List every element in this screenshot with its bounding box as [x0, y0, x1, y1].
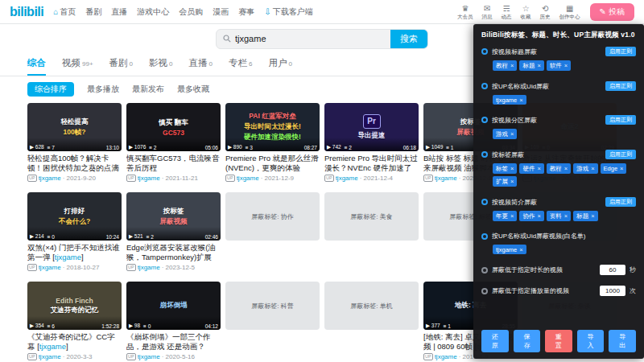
- chip-remove-icon[interactable]: ×: [510, 178, 514, 185]
- video-thumbnail[interactable]: Pr导出提速▶ 742≡ 206:18: [324, 103, 419, 151]
- search-input[interactable]: [235, 34, 390, 43]
- tab-6[interactable]: 用户0: [268, 57, 291, 76]
- filter-chip[interactable]: 年更×: [493, 211, 517, 221]
- chip-remove-icon[interactable]: ×: [510, 165, 514, 172]
- tab-2[interactable]: 番剧0: [109, 57, 133, 76]
- chip-remove-icon[interactable]: ×: [519, 97, 522, 104]
- video-card[interactable]: 轻松提高100帧?▶ 628≡ 713:10轻松提高100帧？解决卡顿！困扰伏特…: [27, 103, 122, 182]
- filter-chip[interactable]: 游戏×: [573, 163, 597, 174]
- video-thumbnail[interactable]: PAI 红蓝军对垒导出时间太过漫长!硬件加速渲染很快!▶ 890≡ 308:27: [225, 103, 320, 151]
- video-card[interactable]: 慎买 翻车GC573▶ 1076≡ 205:06慎买翻车GC573，电流噪音善后…: [126, 103, 221, 182]
- toggle-icon[interactable]: [481, 48, 488, 55]
- numeric-input[interactable]: [600, 286, 625, 296]
- chip-remove-icon[interactable]: ×: [620, 165, 623, 172]
- chip-remove-icon[interactable]: ×: [510, 212, 514, 220]
- chip-remove-icon[interactable]: ×: [591, 165, 594, 172]
- video-card[interactable]: 按标签屏蔽视频▶ 521≡ 202:46Edge浏览器安装篡改猴(油猴，Tamp…: [126, 192, 221, 271]
- filter-chip[interactable]: 硬件×: [519, 163, 543, 174]
- chip-remove-icon[interactable]: ×: [564, 212, 568, 220]
- tab-0[interactable]: 综合: [27, 57, 46, 76]
- video-thumbnail[interactable]: 慎买 翻车GC573▶ 1076≡ 205:06: [126, 103, 221, 151]
- filter-chip[interactable]: 教程×: [493, 60, 517, 71]
- toggle-icon[interactable]: [481, 117, 488, 123]
- sort-filter-1[interactable]: 最多播放: [87, 84, 119, 95]
- video-thumbnail[interactable]: 崩坏倒塌▶ 98≡ 004:12: [126, 282, 221, 330]
- toggle-icon[interactable]: [481, 83, 488, 89]
- regex-toggle[interactable]: 启用正则: [605, 47, 636, 56]
- filter-chip[interactable]: tjxgame×: [493, 245, 526, 254]
- sort-filter-0[interactable]: 综合排序: [27, 82, 74, 97]
- regex-toggle[interactable]: 启用正则: [605, 197, 636, 207]
- video-card[interactable]: 崩坏倒塌▶ 98≡ 004:12《崩坏倒塌》一部三个作品，是游戏 还是动画？UP…: [126, 282, 221, 360]
- video-thumbnail[interactable]: Edith Finch艾迪芬奇的记忆▶ 354≡ 61:52:28: [27, 282, 122, 330]
- filter-chip[interactable]: Edge×: [601, 163, 627, 174]
- nav-item-3[interactable]: 游戏中心: [137, 6, 169, 18]
- uploader-name[interactable]: tjxgame: [39, 175, 61, 182]
- uploader-name[interactable]: tjxgame: [138, 264, 160, 271]
- uploader-name[interactable]: tjxgame: [39, 353, 61, 360]
- uploader-name[interactable]: tjxgame: [336, 175, 358, 182]
- uploader-name[interactable]: tjxgame: [138, 175, 160, 182]
- chip-remove-icon[interactable]: ×: [510, 130, 514, 138]
- menu-item-2[interactable]: ☴动态: [502, 4, 512, 19]
- panel-button-2[interactable]: 重置: [545, 330, 572, 352]
- panel-button-4[interactable]: 导出: [609, 330, 636, 352]
- chip-remove-icon[interactable]: ×: [537, 165, 540, 172]
- panel-button-0[interactable]: 还原: [481, 330, 509, 352]
- tab-1[interactable]: 视频99+: [62, 57, 93, 76]
- chip-remove-icon[interactable]: ×: [564, 165, 568, 172]
- menu-item-3[interactable]: ☆收藏: [521, 4, 531, 19]
- filter-chip[interactable]: 标签×: [493, 163, 517, 174]
- bilibili-logo[interactable]: bilibili: [10, 5, 43, 19]
- chip-remove-icon[interactable]: ×: [519, 246, 522, 253]
- upload-button[interactable]: ✎ 投稿: [590, 3, 634, 21]
- tab-4[interactable]: 直播0: [188, 57, 212, 76]
- regex-toggle[interactable]: 启用正则: [605, 115, 636, 125]
- nav-item-2[interactable]: 直播: [111, 6, 127, 18]
- nav-item-0[interactable]: ⌂首页: [53, 6, 76, 18]
- video-card[interactable]: Pr导出提速▶ 742≡ 206:18Premiere Pro 导出时间太过漫长…: [324, 103, 419, 182]
- uploader-name[interactable]: tjxgame: [237, 175, 259, 182]
- chip-remove-icon[interactable]: ×: [591, 212, 594, 220]
- menu-item-0[interactable]: ♛大会员: [457, 4, 473, 19]
- filter-chip[interactable]: 资料×: [547, 211, 571, 221]
- nav-item-4[interactable]: 会员购: [179, 6, 203, 18]
- filter-chip[interactable]: 游戏×: [493, 129, 517, 139]
- filter-chip[interactable]: 软件×: [547, 60, 571, 71]
- filter-chip[interactable]: 标题×: [573, 211, 597, 221]
- regex-toggle[interactable]: 启用正则: [605, 81, 636, 91]
- nav-item-1[interactable]: 番剧: [85, 6, 101, 18]
- numeric-input[interactable]: [600, 265, 625, 275]
- panel-button-3[interactable]: 导入: [577, 330, 605, 352]
- nav-item-6[interactable]: 赛事: [238, 6, 254, 18]
- uploader-name[interactable]: tjxgame: [138, 353, 160, 360]
- video-thumbnail[interactable]: 按标签屏蔽视频▶ 521≡ 202:46: [126, 192, 221, 241]
- toggle-icon[interactable]: [481, 233, 488, 240]
- menu-item-4[interactable]: ⟲历史: [540, 4, 551, 19]
- toggle-icon[interactable]: [481, 288, 488, 294]
- chip-remove-icon[interactable]: ×: [510, 62, 514, 69]
- menu-item-5[interactable]: ▦创作中心: [559, 4, 580, 19]
- nav-item-5[interactable]: 漫画: [213, 6, 229, 18]
- tab-3[interactable]: 影视0: [149, 57, 172, 76]
- video-thumbnail[interactable]: 打排好不会什么?▶ 214≡ 010:24: [27, 192, 122, 241]
- uploader-name[interactable]: tjxgame: [39, 264, 61, 271]
- chip-remove-icon[interactable]: ×: [537, 212, 540, 220]
- toggle-icon[interactable]: [481, 267, 488, 274]
- video-card[interactable]: Edith Finch艾迪芬奇的记忆▶ 354≡ 61:52:28《艾迪芬奇的记…: [27, 282, 122, 360]
- search-button[interactable]: 搜索: [390, 29, 427, 49]
- chip-remove-icon[interactable]: ×: [537, 62, 540, 69]
- panel-button-1[interactable]: 保存: [514, 330, 541, 352]
- menu-item-1[interactable]: ✉消息: [482, 4, 493, 19]
- filter-chip[interactable]: 教程×: [547, 163, 571, 174]
- uploader-name[interactable]: tjxgame: [435, 175, 457, 182]
- uploader-name[interactable]: tjxgame: [435, 353, 457, 360]
- chip-remove-icon[interactable]: ×: [564, 62, 568, 69]
- sort-filter-3[interactable]: 最多收藏: [177, 84, 209, 95]
- filter-chip[interactable]: 标题×: [519, 60, 543, 71]
- tab-5[interactable]: 专栏6: [229, 57, 252, 76]
- filter-chip[interactable]: 协作×: [519, 211, 543, 221]
- video-thumbnail[interactable]: 轻松提高100帧?▶ 628≡ 713:10: [27, 103, 122, 151]
- regex-toggle[interactable]: 启用正则: [605, 150, 636, 159]
- filter-chip[interactable]: tjxgame×: [493, 95, 526, 105]
